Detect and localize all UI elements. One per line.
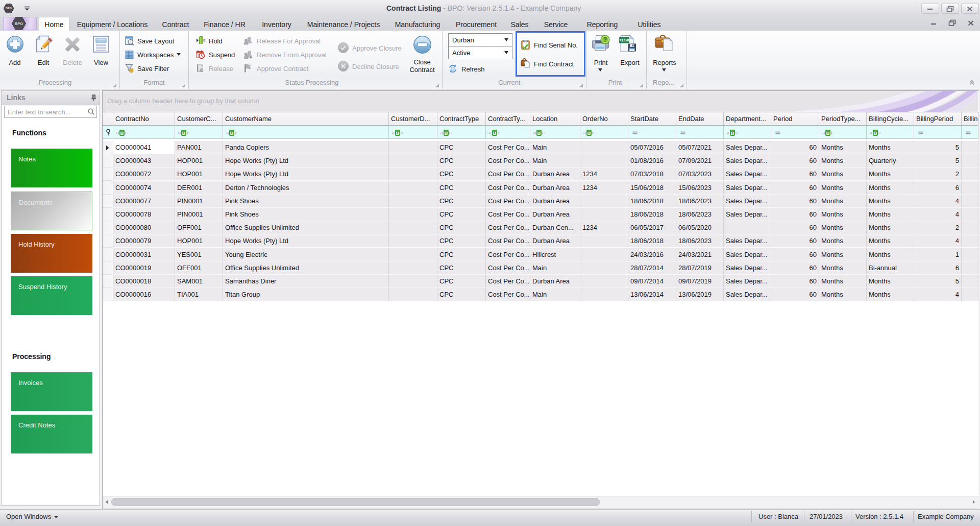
svg-text:B: B	[396, 131, 400, 136]
svg-text:a: a	[583, 130, 586, 135]
svg-text:c: c	[878, 130, 881, 135]
svg-text:B: B	[493, 131, 497, 136]
svg-text:a: a	[116, 130, 119, 135]
svg-text:B: B	[445, 131, 448, 136]
svg-text:a: a	[870, 130, 872, 135]
svg-text:B: B	[120, 131, 124, 136]
svg-text:c: c	[736, 130, 738, 135]
svg-text:BPO: BPO	[15, 21, 23, 26]
svg-text:c: c	[125, 130, 128, 135]
svg-text:a: a	[226, 130, 229, 135]
svg-text:c: c	[401, 130, 403, 135]
svg-text:c: c	[235, 130, 237, 135]
svg-text:a: a	[489, 130, 492, 135]
svg-text:B: B	[587, 131, 591, 136]
svg-text:a: a	[178, 130, 181, 135]
svg-text:c: c	[542, 130, 545, 135]
svg-text:c: c	[592, 130, 595, 135]
svg-text:B: B	[731, 131, 734, 136]
svg-text:c: c	[498, 130, 500, 135]
svg-text:BPO: BPO	[6, 7, 12, 10]
svg-text:c: c	[831, 130, 834, 135]
svg-text:a: a	[822, 130, 825, 135]
svg-text:c: c	[187, 130, 189, 135]
svg-text:B: B	[874, 131, 877, 136]
svg-text:?: ?	[603, 36, 607, 43]
svg-text:a: a	[533, 130, 536, 135]
svg-text:a: a	[440, 130, 443, 135]
svg-text:XLSX: XLSX	[619, 38, 630, 42]
svg-text:B: B	[230, 131, 234, 136]
svg-text:B: B	[826, 131, 830, 136]
svg-text:B: B	[537, 131, 541, 136]
svg-text:B: B	[182, 131, 186, 136]
svg-text:a: a	[392, 130, 395, 135]
svg-text:c: c	[449, 130, 452, 135]
svg-text:a: a	[727, 130, 729, 135]
